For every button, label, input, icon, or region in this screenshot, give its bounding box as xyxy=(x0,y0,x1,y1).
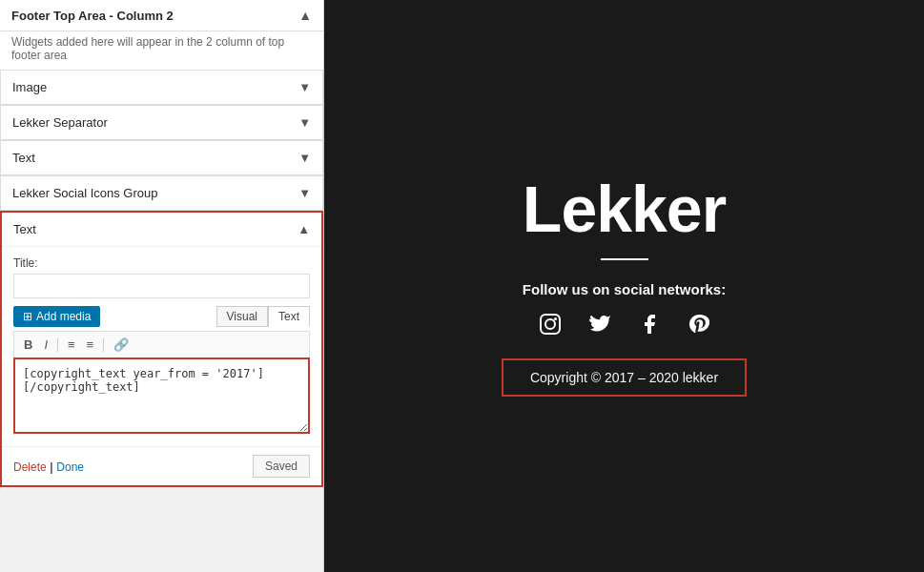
svg-point-2 xyxy=(554,317,557,320)
right-panel: Lekker Follow us on social networks: xyxy=(324,0,924,572)
preview-follow-text: Follow us on social networks: xyxy=(523,281,726,297)
title-input[interactable] xyxy=(13,274,310,298)
add-media-button[interactable]: ⊞ Add media xyxy=(13,306,100,327)
tab-text[interactable]: Text xyxy=(268,306,310,327)
italic-icon[interactable]: I xyxy=(40,336,51,354)
tab-visual[interactable]: Visual xyxy=(216,306,268,327)
widget-arrow-text: ▼ xyxy=(298,151,311,165)
bold-icon[interactable]: B xyxy=(20,336,36,354)
panel-collapse-icon[interactable]: ▲ xyxy=(298,8,312,23)
social-icons-group xyxy=(539,313,710,341)
panel-subtitle: Widgets added here will appear in the 2 … xyxy=(0,31,323,71)
widget-label-social: Lekker Social Icons Group xyxy=(12,186,157,200)
widget-label-text: Text xyxy=(12,151,35,165)
toolbar-separator-1 xyxy=(57,338,58,352)
svg-point-1 xyxy=(545,319,555,329)
delete-link[interactable]: Delete xyxy=(13,460,47,474)
twitter-icon[interactable] xyxy=(588,313,611,341)
widget-footer: Delete | Done Saved xyxy=(2,446,321,485)
add-media-label: Add media xyxy=(36,310,91,323)
done-link[interactable]: Done xyxy=(56,460,84,474)
editor-toolbar: B I ≡ ≡ 🔗 xyxy=(13,331,310,358)
widget-arrow-image: ▼ xyxy=(298,80,311,94)
left-panel: Footer Top Area - Column 2 ▲ Widgets add… xyxy=(0,0,324,572)
widget-expanded-label: Text xyxy=(13,222,36,236)
facebook-icon[interactable] xyxy=(638,313,661,341)
saved-button[interactable]: Saved xyxy=(253,455,310,478)
panel-header-title: Footer Top Area - Column 2 xyxy=(11,9,174,23)
link-icon[interactable]: 🔗 xyxy=(110,336,133,354)
preview-divider xyxy=(601,258,648,260)
widget-body: Title: ⊞ Add media Visual Text B I ≡ ≡ xyxy=(2,247,321,446)
title-field-label: Title: xyxy=(13,256,310,270)
widget-footer-links: Delete | Done xyxy=(13,460,84,474)
ordered-list-icon[interactable]: ≡ xyxy=(83,336,98,354)
widget-row-image[interactable]: Image ▼ xyxy=(0,71,323,105)
widget-arrow-separator: ▼ xyxy=(298,115,311,130)
widget-expanded-text: Text ▲ Title: ⊞ Add media Visual Text B … xyxy=(0,211,323,487)
instagram-icon[interactable] xyxy=(539,313,562,341)
copyright-box: Copyright © 2017 – 2020 lekker xyxy=(502,358,747,397)
widget-label-separator: Lekker Separator xyxy=(12,115,108,130)
widget-row-text[interactable]: Text ▼ xyxy=(0,140,323,175)
widget-expanded-arrow: ▲ xyxy=(298,222,310,236)
editor-textarea[interactable]: [copyright_text year_from = '2017'][/cop… xyxy=(13,358,310,434)
panel-header: Footer Top Area - Column 2 ▲ xyxy=(0,0,323,31)
widget-row-social[interactable]: Lekker Social Icons Group ▼ xyxy=(0,175,323,211)
add-media-icon: ⊞ xyxy=(23,310,32,323)
widget-row-separator[interactable]: Lekker Separator ▼ xyxy=(0,105,323,140)
svg-rect-0 xyxy=(541,315,560,334)
tab-buttons: Visual Text xyxy=(216,306,310,327)
widget-label-image: Image xyxy=(12,80,47,94)
widget-arrow-social: ▼ xyxy=(298,186,311,200)
toolbar-separator-2 xyxy=(103,338,104,352)
unordered-list-icon[interactable]: ≡ xyxy=(64,336,79,354)
toolbar-row: ⊞ Add media Visual Text xyxy=(13,306,310,327)
pinterest-icon[interactable] xyxy=(688,313,710,341)
preview-brand-title: Lekker xyxy=(523,176,726,241)
copyright-text: Copyright © 2017 – 2020 lekker xyxy=(530,370,718,385)
widget-expanded-header[interactable]: Text ▲ xyxy=(2,213,321,247)
